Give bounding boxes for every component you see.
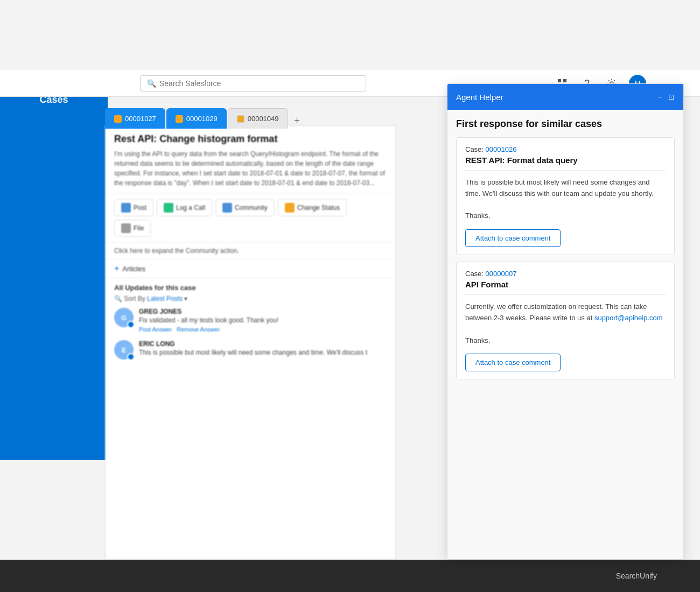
- section-title: First response for similar cases: [456, 118, 675, 130]
- change-status-icon: [285, 203, 295, 213]
- change-status-button[interactable]: Change Status: [278, 199, 347, 216]
- sort-link[interactable]: Latest Posts: [147, 295, 183, 302]
- tab-00001027[interactable]: 00001027: [105, 108, 165, 129]
- community-button[interactable]: Community: [215, 199, 275, 216]
- case-title: Rest API: Change histogram format: [114, 133, 387, 145]
- comment-text-2: This is possible but most likely will ne…: [139, 349, 387, 356]
- svg-rect-1: [563, 79, 566, 82]
- comment-item-2: E ERIC LONG This is possible but most li…: [114, 340, 387, 360]
- svg-rect-0: [558, 79, 561, 82]
- case-card-1-body: This is possible but most likely will ne…: [465, 177, 666, 222]
- comment-author-2: ERIC LONG: [139, 340, 387, 348]
- sort-by-label: 🔍 Sort By: [114, 295, 147, 302]
- case-card-2-body: Currently, we offer customization on req…: [465, 301, 666, 346]
- user-avatar-eric: E: [114, 340, 134, 360]
- action-bar: Post Log a Call Community Change Status …: [106, 194, 395, 243]
- add-tab-button[interactable]: +: [289, 112, 305, 129]
- tab-icon-2: [176, 115, 183, 123]
- tab-00001049[interactable]: 00001049: [228, 108, 288, 129]
- updates-title: All Updates for this case: [114, 284, 387, 292]
- community-icon: [222, 203, 232, 213]
- case-header: Rest API: Change histogram format I'm us…: [106, 126, 395, 194]
- case-card-1-title: REST API: Format data query: [465, 156, 666, 165]
- remove-answer-link[interactable]: Remove Answer: [177, 326, 220, 333]
- sidebar: Cases: [0, 83, 108, 460]
- case-card-1-header: Case: 00001026: [465, 145, 666, 153]
- divider-1: [465, 170, 666, 171]
- case-label-1: Case:: [465, 145, 484, 153]
- minimize-button[interactable]: −: [657, 93, 662, 101]
- post-answer-link[interactable]: Post Answer: [139, 326, 172, 333]
- tab-label-3: 00001049: [248, 115, 279, 123]
- case-content: Rest API: Change histogram format I'm us…: [105, 125, 396, 560]
- search-input[interactable]: [159, 79, 359, 88]
- file-icon: [121, 223, 131, 233]
- case-card-2-title: API Format: [465, 280, 666, 289]
- panel-header: Agent Helper − ⊡: [447, 84, 683, 110]
- post-button[interactable]: Post: [114, 199, 153, 216]
- log-call-button[interactable]: Log a Call: [157, 199, 212, 216]
- bottom-bar: SearchUnify: [0, 560, 700, 592]
- tab-label-1: 00001027: [125, 115, 156, 123]
- tab-icon-1: [114, 115, 122, 123]
- articles-section: + Articles: [106, 259, 395, 278]
- comment-content-1: GREG JONES Fix validated - all my tests …: [139, 308, 387, 333]
- tab-00001029[interactable]: 00001029: [166, 108, 227, 129]
- email-link[interactable]: support@apihelp.com: [594, 314, 663, 322]
- attach-btn-1[interactable]: Attach to case comment: [465, 229, 561, 247]
- articles-icon: +: [114, 264, 119, 273]
- panel-body: First response for similar cases Case: 0…: [447, 110, 683, 559]
- comment-author-1: GREG JONES: [139, 308, 387, 315]
- case-card-1: Case: 00001026 REST API: Format data que…: [456, 137, 675, 255]
- avatar-badge-2: [127, 353, 135, 361]
- divider-2: [465, 294, 666, 295]
- file-button[interactable]: File: [114, 220, 151, 237]
- panel-title: Agent Helper: [456, 93, 503, 102]
- case-card-2-header: Case: 00000007: [465, 270, 666, 278]
- brand-label: SearchUnify: [616, 572, 657, 580]
- sort-by: 🔍 Sort By Latest Posts ▾: [114, 295, 387, 302]
- comment-item-1: G GREG JONES Fix validated - all my test…: [114, 308, 387, 333]
- case-label-2: Case:: [465, 270, 484, 278]
- panel-header-icons: − ⊡: [657, 93, 675, 101]
- attach-btn-2[interactable]: Attach to case comment: [465, 354, 561, 371]
- updates-section: All Updates for this case 🔍 Sort By Late…: [106, 278, 395, 372]
- user-avatar-greg: G: [114, 308, 134, 327]
- expand-button[interactable]: ⊡: [668, 93, 675, 101]
- case-card-2: Case: 00000007 API Format Currently, we …: [456, 262, 675, 379]
- search-icon: 🔍: [147, 79, 156, 88]
- comment-content-2: ERIC LONG This is possible but most like…: [139, 340, 387, 356]
- agent-helper-panel: Agent Helper − ⊡ First response for simi…: [447, 83, 684, 560]
- tabs-bar: 00001027 00001029 00001049 +: [105, 105, 393, 129]
- comment-actions-1: Post Answer Remove Answer: [139, 326, 387, 333]
- articles-label: Articles: [122, 265, 145, 273]
- tab-label-2: 00001029: [186, 115, 218, 123]
- tab-icon-3: [237, 115, 244, 123]
- case-number-link-1[interactable]: 00001026: [486, 145, 517, 153]
- comment-text-1: Fix validated - all my tests look good. …: [139, 316, 387, 324]
- log-call-icon: [164, 203, 173, 213]
- case-body: I'm using the API to query data from the…: [114, 149, 387, 188]
- case-number-link-2[interactable]: 00000007: [486, 270, 517, 278]
- avatar-badge-1: [127, 321, 135, 328]
- post-icon: [121, 203, 131, 213]
- search-box[interactable]: 🔍: [140, 75, 366, 91]
- expand-note: Click here to expand the Community actio…: [106, 243, 395, 259]
